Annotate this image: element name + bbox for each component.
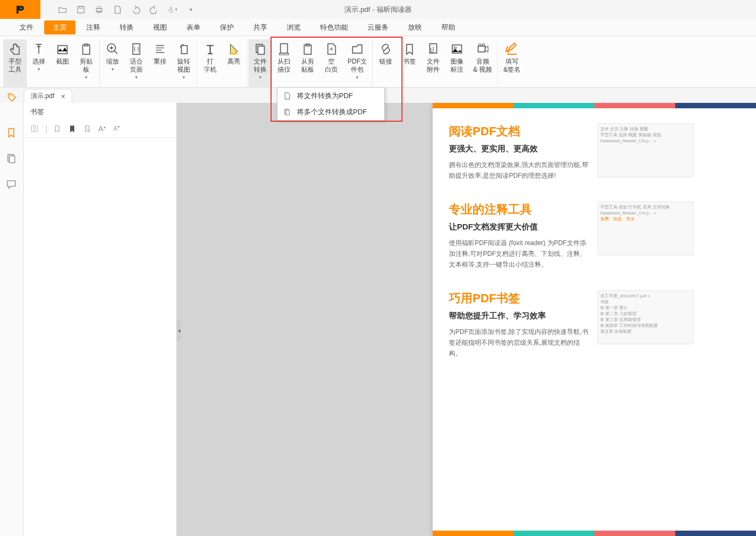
menu-cloud[interactable]: 云服务: [359, 20, 397, 34]
title-bar: ▾ ▾ 演示.pdf - 福昕阅读器: [0, 0, 756, 19]
image-annotate-button[interactable]: 图像 标注: [445, 39, 469, 88]
reflow-icon: [152, 41, 168, 57]
package-icon: [350, 41, 365, 57]
close-tab-icon[interactable]: ×: [61, 92, 65, 101]
section2-subtitle: 让PDF文档发挥更大价值: [449, 222, 589, 232]
ribbon: 手型 工具 选择▾ 截图 剪贴 板▾ 缩放▾ 适合 页面▾ 重排: [0, 36, 756, 88]
menu-annotate[interactable]: 注释: [78, 20, 109, 34]
svg-rect-10: [133, 44, 140, 54]
undo-icon[interactable]: [131, 5, 141, 15]
window-title: 演示.pdf - 福昕阅读器: [344, 5, 411, 15]
reflow-button[interactable]: 重排: [148, 39, 172, 88]
from-clipboard-icon: [300, 41, 315, 57]
section3-body: 为PDF页面添加书签,除了实现内容的快速导航,书签还能指明不同书签的层级关系,展…: [449, 326, 589, 359]
section1-title: 阅读PDF文档: [449, 123, 589, 140]
comments-panel-icon[interactable]: [5, 178, 18, 191]
menu-view[interactable]: 视图: [144, 20, 176, 34]
file-convert-dropdown: 将文件转换为PDF 将多个文件转换成PDF: [277, 87, 385, 121]
section1-thumbnail: 文件 主页 注释 转换 视图手型工具 选择 截图 剪贴板 缩放Datasheet…: [598, 123, 693, 177]
file-attach-button[interactable]: 文件 附件: [421, 39, 445, 88]
print-icon[interactable]: [94, 5, 104, 15]
document-view[interactable]: ◂ 阅读PDF文档 更强大、更实用、更高效 拥有出色的文档渲染效果,强大的页面管…: [177, 103, 756, 536]
delete-bookmark-icon[interactable]: [83, 124, 93, 134]
rotate-icon: [176, 41, 191, 57]
section1-body: 拥有出色的文档渲染效果,强大的页面管理功能,帮助提升效率,是您阅读PDF的理想选…: [449, 159, 589, 181]
image-annotate-icon: [449, 41, 464, 57]
hand-tool-button[interactable]: 手型 工具: [3, 39, 27, 88]
panel-splitter[interactable]: ◂: [177, 319, 181, 341]
menu-form[interactable]: 表单: [178, 20, 209, 34]
pdf-page: 阅读PDF文档 更强大、更实用、更高效 拥有出色的文档渲染效果,强大的页面管理功…: [433, 103, 756, 536]
fit-page-button[interactable]: 适合 页面▾: [124, 39, 148, 88]
fill-sign-button[interactable]: 填写 &签名: [499, 39, 525, 88]
menu-help[interactable]: 帮助: [433, 20, 464, 34]
link-button[interactable]: 链接: [374, 39, 398, 88]
pdf-package-button[interactable]: PDF文 件包▾: [343, 39, 371, 88]
font-decrease-icon[interactable]: A▾: [113, 124, 123, 134]
bookmark-panel-icon[interactable]: [5, 127, 18, 140]
svg-rect-12: [229, 53, 238, 54]
menu-share[interactable]: 共享: [245, 20, 276, 34]
svg-rect-3: [96, 8, 102, 11]
audio-video-button[interactable]: 音频 & 视频: [469, 39, 496, 88]
document-tab[interactable]: 演示.pdf ×: [24, 89, 72, 103]
snapshot-icon: [55, 41, 70, 57]
menu-present[interactable]: 放映: [399, 20, 431, 34]
pencil-icon: [504, 41, 519, 57]
tag-icon[interactable]: [6, 92, 17, 103]
bookmark-check-icon[interactable]: [68, 124, 78, 134]
svg-point-28: [9, 95, 11, 96]
app-logo[interactable]: [0, 0, 40, 19]
typewriter-button[interactable]: 打 字机: [198, 39, 222, 88]
touch-icon[interactable]: ▾: [168, 5, 177, 15]
more-icon[interactable]: ▾: [186, 5, 196, 15]
convert-to-pdf-item[interactable]: 将文件转换为PDF: [278, 88, 384, 104]
from-scanner-button[interactable]: 从扫 描仪: [272, 39, 296, 88]
font-increase-icon[interactable]: A▴: [98, 124, 108, 134]
svg-rect-15: [281, 44, 288, 53]
redo-icon[interactable]: [149, 5, 159, 15]
from-clipboard-button[interactable]: 从剪 贴板: [296, 39, 320, 88]
select-icon: [31, 41, 46, 57]
convert-multiple-item[interactable]: 将多个文件转换成PDF: [278, 104, 384, 120]
menu-feature[interactable]: 特色功能: [311, 20, 357, 34]
save-icon[interactable]: [76, 5, 86, 15]
menu-home[interactable]: 主页: [44, 20, 75, 34]
bookmark-panel: 书签 | A▴ A▾: [24, 103, 177, 536]
left-sidebar: [0, 103, 24, 536]
menu-protect[interactable]: 保护: [211, 20, 242, 34]
zoom-icon: [105, 41, 120, 57]
section2-thumbnail: 手型工具 缩放 打字机 高亮 文件转换Datasheet_Reader_CN.p…: [598, 201, 693, 255]
page-icon[interactable]: [113, 5, 122, 15]
menu-convert[interactable]: 转换: [111, 20, 142, 34]
section3-thumbnail: 员工手册_20120917.pdf ×书签⊞ 第一章 简介⊞ 第二章 入职管理⊞…: [598, 290, 693, 344]
files-icon: [283, 108, 292, 116]
menu-browse[interactable]: 浏览: [278, 20, 309, 34]
file-convert-button[interactable]: 文件 转换▾: [248, 39, 272, 88]
blank-page-icon: [324, 41, 339, 57]
foxit-logo-icon: [15, 4, 26, 16]
open-icon[interactable]: [58, 5, 67, 15]
add-bookmark-icon[interactable]: [53, 124, 63, 134]
bookmark-icon: [402, 41, 417, 57]
pages-panel-icon[interactable]: [5, 152, 18, 165]
svg-rect-16: [279, 53, 288, 54]
menu-file[interactable]: 文件: [11, 20, 42, 34]
expand-icon[interactable]: [30, 124, 40, 134]
section1-subtitle: 更强大、更实用、更高效: [449, 144, 589, 154]
snapshot-button[interactable]: 截图: [51, 39, 74, 88]
bookmark-panel-title: 书签: [24, 103, 176, 121]
blank-page-button[interactable]: 空 白页: [320, 39, 343, 88]
svg-rect-30: [9, 156, 15, 163]
typewriter-icon: [203, 41, 218, 57]
svg-point-0: [20, 8, 21, 9]
rotate-view-button[interactable]: 旋转 视图▾: [172, 39, 196, 88]
clipboard-button[interactable]: 剪贴 板▾: [74, 39, 98, 88]
bookmark-button[interactable]: 书签: [398, 39, 421, 88]
zoom-button[interactable]: 缩放▾: [101, 39, 124, 88]
file-convert-icon: [253, 41, 268, 57]
highlight-button[interactable]: 高亮: [222, 39, 246, 88]
select-button[interactable]: 选择▾: [27, 39, 51, 88]
main-area: 书签 | A▴ A▾ ◂ 阅读PDF文档 更强大、更实用、更高效 拥有出色的文档…: [0, 103, 756, 536]
section3-subtitle: 帮助您提升工作、学习效率: [449, 311, 589, 321]
